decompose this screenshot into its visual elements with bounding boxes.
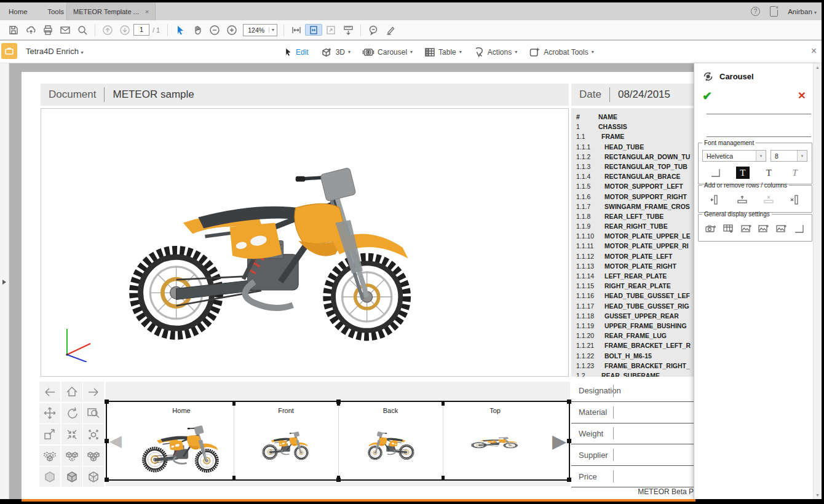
panel-scrollbar[interactable]: ▲ ▼: [813, 63, 822, 499]
measure-icon[interactable]: [339, 23, 357, 37]
enrich-app-menu[interactable]: Tetra4D Enrich ▾: [26, 47, 84, 56]
parts-table-row[interactable]: 1.1.5 MOTOR_SUPPORT_LEFT: [571, 181, 695, 191]
parts-table-row[interactable]: 1 CHASSIS: [571, 122, 695, 132]
font-family-select[interactable]: Helvetica ▾: [702, 150, 766, 162]
menu-actions[interactable]: Actions ▾: [470, 47, 521, 57]
resize-handle[interactable]: [105, 400, 109, 404]
parts-table-row[interactable]: 1.1.1 HEAD_TUBE: [571, 142, 695, 152]
document-tab[interactable]: METEOR Template ... ×: [66, 2, 156, 20]
text-style-italic-icon[interactable]: T: [788, 167, 802, 179]
3d-viewer[interactable]: [41, 108, 569, 377]
font-size-select[interactable]: 8 ▾: [771, 150, 807, 162]
metadata-field-row[interactable]: Designation: [571, 380, 695, 402]
collapse-view-icon[interactable]: [61, 424, 82, 444]
parts-table-row[interactable]: 1.1 FRAME: [571, 132, 695, 141]
print-icon[interactable]: [39, 23, 57, 37]
tab-home[interactable]: Home: [0, 2, 36, 20]
carousel-prev-icon[interactable]: ◀: [109, 431, 122, 451]
enrich-close-icon[interactable]: ×: [811, 45, 817, 57]
font-family-caret-icon[interactable]: ▾: [756, 151, 766, 161]
resize-handle[interactable]: [567, 439, 571, 443]
carousel-item-home[interactable]: Home: [129, 402, 234, 479]
parts-table-row[interactable]: 1.1.4 RECTANGULAR_BRACE: [571, 171, 695, 181]
parts-table-row[interactable]: 1.1.12 MOTOR_PLATE_LEFT: [571, 251, 695, 261]
menu-acrobat-tools[interactable]: Acrobat Tools ▾: [525, 47, 598, 57]
parts-table-row[interactable]: 1.1.9 REAR_RIGHT_TUBE: [571, 221, 695, 231]
parts-table-row[interactable]: 1.1.6 MOTOR_SUPPORT_RIGHT: [571, 192, 695, 202]
tetra4d-brand-icon[interactable]: [1, 43, 17, 59]
zoom-in-icon[interactable]: [223, 23, 240, 37]
render-shaded-icon[interactable]: [61, 467, 82, 487]
parts-table-row[interactable]: 1.1.8 REAR_LEFT_TUBE: [571, 211, 695, 221]
image-option-2-icon[interactable]: [756, 222, 771, 235]
parts-table-row[interactable]: 1.1.22 BOLT_H_M6-15: [571, 351, 695, 361]
apply-check-icon[interactable]: ✔: [702, 89, 712, 103]
zoom-caret-icon[interactable]: ▾: [269, 27, 277, 33]
parts-table-row[interactable]: 1.1.3 RECTANGULAR_TOP_TUB: [571, 162, 695, 171]
fit-width-icon[interactable]: [288, 23, 305, 37]
rotate-tool-icon[interactable]: [61, 403, 82, 423]
carousel-item-front[interactable]: Front: [234, 402, 338, 479]
remove-column-icon[interactable]: [788, 193, 802, 207]
ghost-parts-mode-icon[interactable]: [39, 446, 60, 466]
user-menu[interactable]: Anirban ▾: [788, 8, 817, 15]
resize-handle[interactable]: [105, 439, 109, 443]
frame-position-icon[interactable]: [792, 222, 807, 235]
previous-view-icon[interactable]: [39, 382, 60, 402]
next-view-icon[interactable]: [83, 382, 104, 402]
render-wireframe-icon[interactable]: [83, 467, 104, 487]
resize-handle[interactable]: [567, 400, 571, 404]
email-icon[interactable]: [57, 23, 74, 37]
save-icon[interactable]: [5, 23, 22, 37]
menu-table[interactable]: Table ▾: [421, 47, 465, 57]
parts-table-row[interactable]: 1.1.13 MOTOR_PLATE_RIGHT: [571, 261, 695, 271]
text-position-icon[interactable]: [708, 166, 723, 179]
parts-table-row[interactable]: 1.1.20 REAR_FRAME_LUG: [571, 331, 695, 341]
carousel-item-top[interactable]: Top: [443, 402, 547, 479]
menu-3d[interactable]: 3D ▾: [317, 47, 354, 58]
previous-page-icon[interactable]: [99, 23, 116, 37]
camera-capture-icon[interactable]: [703, 222, 718, 235]
select-tool-icon[interactable]: [172, 23, 189, 37]
fit-all-view-icon[interactable]: [83, 424, 104, 444]
parts-table-row[interactable]: 1.1.15 RIGHT_REAR_PLATE: [571, 281, 695, 291]
expand-view-icon[interactable]: [39, 424, 60, 444]
pan-tool-icon[interactable]: [39, 403, 60, 423]
fit-window-icon[interactable]: [322, 23, 339, 37]
carousel-box[interactable]: ◀ ▶ Home Front Back Top: [106, 401, 570, 481]
mobile-device-icon[interactable]: [770, 6, 778, 17]
parts-table-row[interactable]: 1.1.11 MOTOR_PLATE_UPPER_RI: [571, 241, 695, 251]
parts-table-row[interactable]: 1.1.14 LEFT_REAR_PLATE: [571, 271, 695, 281]
parts-table-row[interactable]: 1.1.18 GUSSET_UPPER_REAR: [571, 311, 695, 321]
cancel-x-icon[interactable]: ×: [798, 89, 806, 101]
parts-table-row[interactable]: 1.1.7 SWINGARM_FRAME_CROS: [571, 202, 695, 211]
parts-table-row[interactable]: 1.1.23 FRAME_BRACKET_RIGHT_: [571, 361, 695, 371]
text-style-normal-icon[interactable]: T: [762, 167, 775, 179]
metadata-field-row[interactable]: Material: [571, 402, 695, 423]
transparent-parts-mode-icon[interactable]: [61, 446, 82, 466]
add-column-icon[interactable]: [708, 193, 723, 207]
text-style-filled-icon[interactable]: T: [736, 167, 750, 179]
expand-pane-icon[interactable]: [2, 280, 6, 285]
highlight-icon[interactable]: [382, 23, 399, 37]
next-page-icon[interactable]: [116, 23, 133, 37]
image-option-1-icon[interactable]: [739, 222, 754, 235]
motorcycle-3d-model[interactable]: [95, 120, 452, 367]
hand-tool-icon[interactable]: [189, 23, 206, 37]
parts-table-row[interactable]: 1.1.21 FRAME_BRACKET_LEFT_R: [571, 341, 695, 350]
resize-handle[interactable]: [567, 478, 571, 482]
parts-table-row[interactable]: 1.1.2 RECTANGULAR_DOWN_TU: [571, 152, 695, 162]
help-icon[interactable]: ?: [751, 7, 760, 16]
add-row-icon[interactable]: [735, 193, 750, 207]
parts-table-row[interactable]: 1.1.19 UPPER_FRAME_BUSHING: [571, 321, 695, 331]
scroll-up-icon[interactable]: ▲: [814, 65, 822, 69]
carousel-next-icon[interactable]: ▶: [552, 430, 566, 452]
document-tab-close-icon[interactable]: ×: [145, 8, 149, 15]
page-number-input[interactable]: 1: [133, 24, 149, 36]
table-refresh-icon[interactable]: [721, 222, 736, 235]
parts-table-row[interactable]: 1.1.10 MOTOR_PLATE_UPPER_LE: [571, 231, 695, 241]
search-icon[interactable]: [74, 23, 91, 37]
solid-parts-mode-icon[interactable]: [83, 446, 104, 466]
edit-mode-button[interactable]: Edit: [280, 47, 312, 57]
parts-table-row[interactable]: 1.2 REAR_SUBFRAME: [571, 371, 695, 377]
